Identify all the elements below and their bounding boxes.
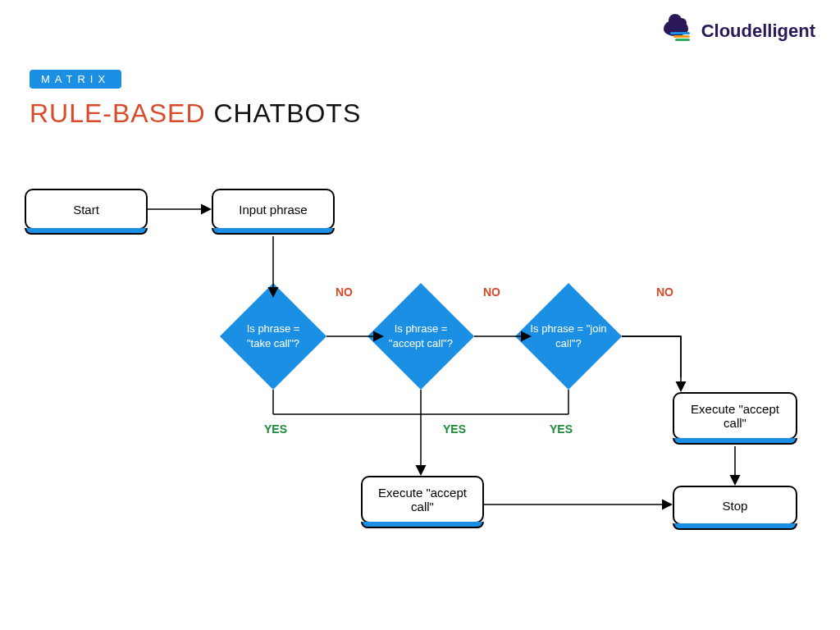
node-start-label: Start — [73, 203, 99, 217]
label-no-1: NO — [336, 285, 353, 299]
logo-text: Cloudelligent — [701, 21, 815, 42]
title-suffix: CHATBOTS — [206, 98, 362, 128]
node-stop: Stop — [673, 486, 797, 525]
page-title: RULE-BASED CHATBOTS — [30, 98, 361, 129]
node-execute-1-label: Execute "accept call" — [368, 486, 477, 514]
label-yes-2: YES — [443, 422, 466, 436]
node-execute-2: Execute "accept call" — [673, 392, 797, 440]
decision-join-call: Is phrase = "join call"? — [515, 283, 622, 390]
decision-take-call-label: Is phrase = "take call"? — [220, 283, 326, 390]
node-start: Start — [25, 189, 148, 230]
decision-accept-call-label: Is phrase = "accept call"? — [368, 283, 474, 390]
node-input-label: Input phrase — [239, 203, 307, 217]
cloud-icon — [664, 20, 695, 43]
node-input: Input phrase — [212, 189, 335, 230]
label-no-3: NO — [656, 285, 673, 299]
decision-join-call-label: Is phrase = "join call"? — [515, 283, 622, 390]
title-prefix: RULE-BASED — [30, 98, 206, 128]
decision-take-call: Is phrase = "take call"? — [220, 283, 326, 390]
label-no-2: NO — [483, 285, 500, 299]
decision-accept-call: Is phrase = "accept call"? — [368, 283, 474, 390]
category-badge: MATRIX — [30, 70, 121, 89]
label-yes-3: YES — [550, 422, 573, 436]
node-execute-2-label: Execute "accept call" — [679, 402, 791, 430]
node-execute-1: Execute "accept call" — [361, 476, 484, 523]
node-stop-label: Stop — [723, 499, 748, 513]
logo: Cloudelligent — [664, 20, 815, 43]
label-yes-1: YES — [264, 422, 287, 436]
